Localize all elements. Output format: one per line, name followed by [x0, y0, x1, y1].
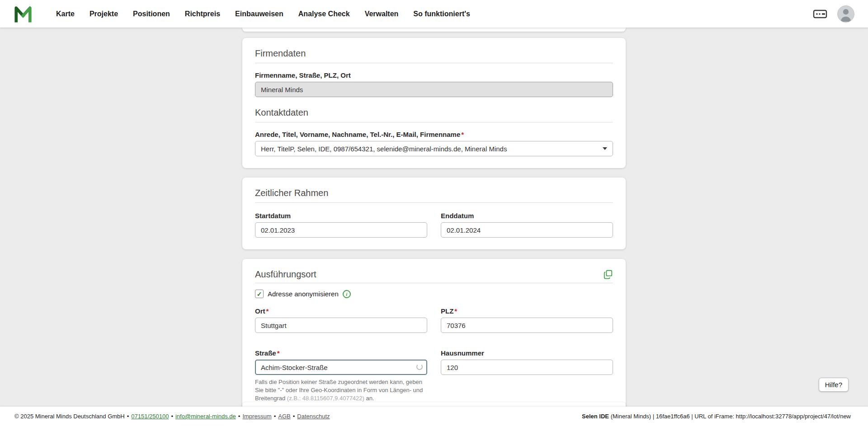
anonymize-checkbox-label: Adresse anonymisieren — [268, 290, 339, 298]
nav-item-karte[interactable]: Karte — [56, 10, 75, 18]
company-field-label: Firmenname, Straße, PLZ, Ort — [255, 71, 613, 79]
footer-separator: • — [238, 413, 241, 420]
footer-agb-link[interactable]: AGB — [278, 413, 290, 420]
footer-copyright: © 2025 Mineral Minds Deutschland GmbH — [14, 413, 125, 420]
contact-field-label-text: Anrede, Titel, Vorname, Nachname, Tel.-N… — [255, 131, 460, 138]
plz-input[interactable] — [441, 318, 613, 333]
top-navigation: Karte Projekte Positionen Richtpreis Ein… — [0, 0, 868, 28]
zeitraum-title: Zeitlicher Rahmen — [255, 187, 613, 203]
footer-impressum-link[interactable]: Impressum — [242, 413, 271, 420]
user-avatar-icon[interactable] — [837, 5, 854, 23]
hausnummer-input[interactable] — [441, 360, 613, 375]
hausnummer-label: Hausnummer — [441, 349, 613, 357]
footer-datenschutz-link[interactable]: Datenschutz — [297, 413, 330, 420]
strasse-input[interactable] — [255, 360, 427, 375]
kontaktdaten-title: Kontaktdaten — [255, 107, 613, 122]
strasse-hint-suffix: an. — [364, 395, 374, 402]
contact-select-value: Herr, TitelP, Selen, IDE, 0987/654321, s… — [261, 145, 507, 153]
ort-label-text: Ort — [255, 307, 265, 315]
footer-separator: • — [127, 413, 129, 420]
startdatum-label: Startdatum — [255, 212, 427, 220]
nav-right-icons — [812, 5, 854, 23]
ort-input[interactable] — [255, 318, 427, 333]
help-button[interactable]: Hilfe? — [819, 378, 849, 392]
nav-item-verwalten[interactable]: Verwalten — [365, 10, 399, 18]
plz-label: PLZ* — [441, 307, 613, 315]
card-zeitlicher-rahmen: Zeitlicher Rahmen Startdatum Enddatum — [242, 178, 626, 249]
card-below-cut-off — [242, 402, 626, 407]
strasse-label: Straße* — [255, 349, 427, 357]
plz-label-text: PLZ — [441, 307, 453, 315]
anonymize-checkbox[interactable]: ✓ — [255, 290, 264, 298]
main-content: Firmendaten Firmenname, Straße, PLZ, Ort… — [242, 0, 626, 414]
footer-separator: • — [293, 413, 295, 420]
card-above-cut-off — [242, 28, 626, 32]
strasse-hint: Falls die Position keiner Straße zugeord… — [255, 378, 427, 403]
footer-separator: • — [171, 413, 173, 420]
required-marker: * — [461, 131, 464, 138]
loading-spinner-icon — [416, 364, 423, 370]
server-icon[interactable] — [812, 6, 828, 22]
contact-select[interactable]: Herr, TitelP, Selen, IDE, 0987/654321, s… — [255, 141, 613, 156]
footer-debug-info: Selen IDE (Mineral Minds) | 16fae1ffc6a6… — [582, 413, 851, 420]
footer-phone-link[interactable]: 07151/250100 — [131, 413, 169, 420]
footer-separator: • — [274, 413, 276, 420]
required-marker: * — [277, 349, 280, 357]
footer-debug-text: (Mineral Minds) | 16fae1ffc6a6 | URL of … — [609, 413, 851, 420]
company-input — [255, 82, 613, 97]
footer-left: © 2025 Mineral Minds Deutschland GmbH•07… — [14, 413, 330, 420]
copy-icon[interactable] — [603, 269, 613, 279]
card-firmendaten: Firmendaten Firmenname, Straße, PLZ, Ort… — [242, 38, 626, 168]
firmendaten-title: Firmendaten — [255, 48, 613, 63]
nav-item-einbauweisen[interactable]: Einbauweisen — [235, 10, 283, 18]
main-nav: Karte Projekte Positionen Richtpreis Ein… — [56, 10, 470, 18]
strasse-label-text: Straße — [255, 349, 276, 357]
card-ausfuehrungsort: Ausführungsort ✓ Adresse anonymisieren i… — [242, 259, 626, 414]
nav-item-so-funktionierts[interactable]: So funktioniert's — [413, 10, 470, 18]
nav-item-projekte[interactable]: Projekte — [90, 10, 118, 18]
ausfuehrungsort-title: Ausführungsort — [255, 269, 316, 280]
footer-app-name: Selen IDE — [582, 413, 609, 420]
required-marker: * — [266, 307, 269, 315]
footer-email-link[interactable]: info@mineral-minds.de — [175, 413, 236, 420]
nav-item-richtpreis[interactable]: Richtpreis — [185, 10, 220, 18]
nav-item-positionen[interactable]: Positionen — [133, 10, 170, 18]
footer: © 2025 Mineral Minds Deutschland GmbH•07… — [0, 407, 868, 426]
enddatum-input[interactable] — [441, 222, 613, 238]
enddatum-label: Enddatum — [441, 212, 613, 220]
info-icon[interactable]: i — [343, 290, 351, 298]
ort-label: Ort* — [255, 307, 427, 315]
mineral-minds-logo[interactable] — [14, 5, 33, 23]
strasse-hint-example: (z.B.: 48.8115607,9.4077422) — [287, 395, 364, 402]
chevron-down-icon — [603, 147, 607, 150]
required-marker: * — [454, 307, 457, 315]
nav-item-analyse-check[interactable]: Analyse Check — [298, 10, 350, 18]
contact-field-label: Anrede, Titel, Vorname, Nachname, Tel.-N… — [255, 131, 613, 138]
startdatum-input[interactable] — [255, 222, 427, 238]
